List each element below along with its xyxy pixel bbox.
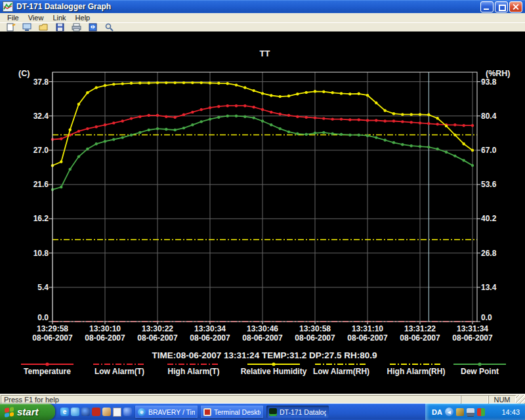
language-indicator[interactable]: DA — [432, 408, 442, 416]
internet-explorer-icon[interactable]: e — [60, 408, 69, 416]
device-download-icon[interactable] — [22, 23, 33, 32]
svg-text:08-06-2007: 08-06-2007 — [32, 333, 73, 343]
resize-grip[interactable] — [516, 395, 525, 404]
svg-text:13.4: 13.4 — [481, 283, 497, 292]
messenger-status-icon[interactable] — [477, 408, 485, 416]
svg-text:Dew Point: Dew Point — [461, 367, 499, 376]
svg-text:27.0: 27.0 — [33, 146, 49, 155]
system-tray: DA ◂ 14:43 — [425, 404, 525, 420]
svg-text:32.4: 32.4 — [33, 112, 49, 121]
internet-explorer-icon: e — [138, 408, 146, 416]
legend-item-low-alarm-rh: Low Alarm(RH) — [313, 364, 369, 376]
svg-text:08-06-2007: 08-06-2007 — [137, 333, 178, 343]
svg-text:08-06-2007: 08-06-2007 — [242, 333, 283, 343]
svg-text:High Alarm(T): High Alarm(T) — [168, 367, 220, 376]
svg-text:08-06-2007: 08-06-2007 — [400, 333, 440, 343]
menu-item-view[interactable]: View — [24, 14, 49, 22]
legend-item-low-alarm-t: Low Alarm(T) — [93, 364, 146, 376]
svg-text:67.0: 67.0 — [481, 146, 497, 155]
cursor-status-line: TIME:08-06-2007 13:31:24 TEMP:31.2 DP:27… — [152, 350, 377, 360]
svg-text:13:30:22: 13:30:22 — [142, 324, 173, 333]
legend-item-dew-point: Dew Point — [453, 362, 506, 376]
media-icon[interactable] — [92, 408, 100, 416]
toolbar — [0, 22, 525, 32]
svg-text:5.4: 5.4 — [37, 283, 49, 292]
windows-flag-icon — [5, 407, 14, 417]
print-icon[interactable] — [71, 23, 82, 32]
menu-item-help[interactable]: Help — [71, 14, 95, 22]
svg-text:13:30:58: 13:30:58 — [299, 324, 331, 333]
hide-icons-chevron[interactable]: ◂ — [445, 408, 453, 416]
desktop: DT-171 Datalogger Graph FileViewLinkHelp… — [0, 0, 525, 420]
taskbar: start e eBRAVERY / Time Worl...Terminal … — [0, 404, 525, 420]
start-label: start — [17, 406, 39, 417]
right-axis-unit: (%RH) — [486, 69, 511, 78]
status-bar: Press F1 for help NUM — [0, 394, 525, 404]
quick-launch-bar: e — [60, 404, 139, 420]
svg-text:Low Alarm(RH): Low Alarm(RH) — [313, 367, 369, 376]
svg-text:13:31:10: 13:31:10 — [352, 324, 383, 333]
chart-title: TT — [260, 49, 270, 58]
svg-text:08-06-2007: 08-06-2007 — [190, 333, 230, 343]
status-blank-cell — [461, 395, 488, 404]
chart-panel: 37.832.427.021.616.210.85.40.093.880.467… — [0, 32, 525, 394]
svg-text:0.0: 0.0 — [481, 313, 492, 322]
new-document-icon[interactable] — [5, 23, 16, 32]
window-controls — [480, 1, 525, 12]
menu-bar: FileViewLinkHelp — [0, 13, 525, 22]
browser-icon[interactable] — [123, 408, 132, 416]
security-icon[interactable] — [456, 408, 464, 416]
svg-text:0.0: 0.0 — [37, 313, 49, 322]
svg-text:13:30:10: 13:30:10 — [89, 324, 121, 333]
svg-text:13:31:34: 13:31:34 — [457, 324, 488, 333]
window-title: DT-171 Datalogger Graph — [16, 2, 111, 11]
restore-button[interactable] — [495, 1, 508, 12]
app-icon — [3, 1, 13, 12]
pen-icon[interactable] — [102, 408, 111, 416]
zoom-fit-icon[interactable] — [87, 23, 98, 32]
document-icon[interactable] — [113, 408, 121, 417]
svg-text:13:31:22: 13:31:22 — [404, 324, 436, 333]
save-icon[interactable] — [54, 23, 66, 32]
menu-item-link[interactable]: Link — [48, 14, 70, 22]
legend-item-high-alarm-t: High Alarm(T) — [167, 364, 220, 376]
taskbar-task-terminal-desktop-m[interactable]: Terminal Desktop - M... — [201, 406, 263, 418]
network-icon[interactable] — [467, 408, 474, 416]
svg-text:Low Alarm(T): Low Alarm(T) — [94, 367, 144, 376]
globe-icon[interactable] — [81, 408, 90, 416]
minimize-button[interactable] — [480, 1, 494, 12]
taskbar-task-dt-171-datalogger-g[interactable]: DT-171 Datalogger G... — [266, 406, 329, 418]
tray-clock: 14:43 — [501, 408, 520, 416]
taskbar-task-bravery-time-worl[interactable]: eBRAVERY / Time Worl... — [135, 406, 198, 418]
svg-text:13:30:34: 13:30:34 — [194, 324, 226, 333]
task-label: DT-171 Datalogger G... — [280, 408, 326, 416]
menu-item-file[interactable]: File — [3, 14, 24, 22]
svg-text:Relative Humidity: Relative Humidity — [241, 367, 307, 376]
svg-text:08-06-2007: 08-06-2007 — [295, 333, 335, 343]
plot-area[interactable] — [52, 72, 477, 322]
start-button[interactable]: start — [0, 404, 55, 420]
svg-text:Temperature: Temperature — [24, 367, 71, 376]
close-button[interactable] — [509, 1, 522, 12]
legend-item-high-alarm-rh: High Alarm(RH) — [387, 364, 446, 376]
svg-text:13:30:46: 13:30:46 — [247, 324, 278, 333]
svg-text:08-06-2007: 08-06-2007 — [347, 333, 388, 343]
svg-text:08-06-2007: 08-06-2007 — [85, 333, 125, 343]
num-lock-indicator: NUM — [488, 395, 516, 404]
svg-text:13:29:58: 13:29:58 — [37, 324, 68, 333]
svg-text:08-06-2007: 08-06-2007 — [452, 333, 493, 343]
svg-text:40.2: 40.2 — [481, 214, 497, 223]
svg-text:21.6: 21.6 — [33, 180, 49, 189]
messenger-icon[interactable] — [71, 408, 79, 416]
zoom-out-icon[interactable] — [104, 23, 115, 32]
terminal-icon — [203, 408, 211, 416]
datalogger-chart: 37.832.427.021.616.210.85.40.093.880.467… — [0, 32, 525, 394]
task-label: Terminal Desktop - M... — [214, 408, 261, 416]
title-bar: DT-171 Datalogger Graph — [0, 0, 525, 13]
svg-text:37.8: 37.8 — [33, 77, 49, 87]
open-folder-icon[interactable] — [38, 23, 49, 32]
svg-text:53.6: 53.6 — [481, 180, 497, 189]
datalogger-icon — [269, 408, 277, 416]
legend-item-temperature: Temperature — [21, 362, 74, 376]
svg-text:80.4: 80.4 — [481, 112, 497, 121]
